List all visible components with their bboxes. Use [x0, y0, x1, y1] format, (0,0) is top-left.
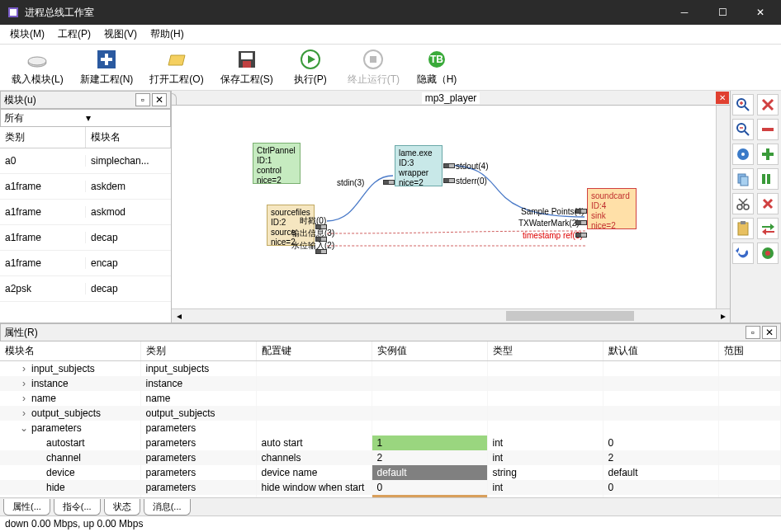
delete-button[interactable]: [757, 94, 779, 115]
zoom-out-button[interactable]: [732, 119, 754, 140]
tab-commands[interactable]: 指令(...: [54, 499, 101, 516]
scroll-thumb[interactable]: [506, 311, 634, 321]
menu-help[interactable]: 帮助(H): [144, 25, 191, 44]
svg-rect-1: [10, 9, 17, 16]
table-row[interactable]: ›instanceinstance: [0, 376, 781, 391]
table-row[interactable]: ⌄parametersparameters: [0, 421, 781, 435]
module-filter[interactable]: 所有 ▾: [0, 109, 171, 127]
tab-properties[interactable]: 属性(...: [3, 499, 50, 516]
transfer-button[interactable]: [757, 218, 779, 239]
menu-view[interactable]: 视图(V): [97, 25, 144, 44]
panel-close-button[interactable]: ✕: [762, 326, 777, 339]
cancel-button[interactable]: [757, 193, 779, 214]
tab-messages[interactable]: 消息(...: [144, 499, 191, 516]
port-waterin: 水位输入(2): [291, 240, 334, 252]
bottom-tabs: 属性(... 指令(... 状态 消息(...: [0, 497, 781, 516]
module-panel-title: 模块(u): [4, 93, 134, 107]
maximize-button[interactable]: ☐: [703, 0, 741, 25]
execute-button[interactable]: 执行(P): [282, 46, 339, 88]
stop-icon: [362, 48, 385, 71]
load-module-button[interactable]: 载入模块(L): [3, 46, 72, 88]
disc-button[interactable]: [732, 144, 754, 165]
port-tick[interactable]: [315, 249, 327, 254]
table-row[interactable]: channelparameterschannels2int2: [0, 450, 781, 465]
scroll-right-icon[interactable]: ▸: [716, 309, 730, 322]
table-row[interactable]: sample_rateparameterssample rate (Hz)441…: [0, 495, 781, 497]
panel-float-button[interactable]: ▫: [135, 93, 150, 106]
properties-title: 属性(R): [4, 326, 744, 340]
svg-line-22: [745, 131, 749, 135]
list-item[interactable]: a1frameaskmod: [0, 200, 171, 225]
list-item[interactable]: a2pskdecap: [0, 276, 171, 302]
close-button[interactable]: ✕: [741, 0, 779, 25]
play-icon: [299, 48, 322, 71]
port-tick[interactable]: [443, 163, 455, 168]
list-item[interactable]: a1frameencap: [0, 251, 171, 276]
add-button[interactable]: [757, 144, 779, 165]
col-val[interactable]: 实例值: [372, 341, 487, 361]
settings-button[interactable]: [757, 242, 779, 264]
col-cat[interactable]: 类别: [140, 341, 256, 361]
titlebar: 进程总线工作室 ─ ☐ ✕: [0, 0, 781, 25]
table-row[interactable]: hideparametershide window when start0int…: [0, 480, 781, 495]
new-project-button[interactable]: 新建工程(N): [72, 46, 142, 88]
tab-close-button[interactable]: ✕: [716, 92, 729, 104]
align-button[interactable]: [757, 168, 779, 190]
col-key[interactable]: 配置键: [256, 341, 372, 361]
list-item[interactable]: a1frameaskdem: [0, 174, 171, 200]
canvas-hscroll[interactable]: ◂ ▸: [172, 308, 730, 322]
hide-button[interactable]: TB 隐藏（H): [408, 46, 466, 88]
col-def[interactable]: 默认值: [603, 341, 718, 361]
remove-button[interactable]: [757, 119, 779, 140]
canvas[interactable]: CtrlPannel ID:1 control nice=2 lame.exe …: [172, 106, 730, 308]
menubar: 模块(M) 工程(P) 视图(V) 帮助(H): [0, 25, 781, 45]
tab-status[interactable]: 状态: [104, 499, 140, 516]
port-tick[interactable]: [383, 180, 395, 185]
hide-icon: TB: [425, 48, 448, 71]
node-lame[interactable]: lame.exe ID:3 wrapper nice=2: [395, 145, 443, 186]
canvas-vscroll[interactable]: [716, 106, 730, 308]
col-type[interactable]: 类型: [487, 341, 603, 361]
table-row[interactable]: autostartparametersauto start1int0: [0, 435, 781, 450]
save-project-button[interactable]: 保存工程(S): [212, 46, 282, 88]
port-tick[interactable]: [575, 209, 587, 214]
open-project-button[interactable]: 打开工程(O): [141, 46, 211, 88]
svg-line-16: [745, 106, 749, 111]
copy-button[interactable]: [732, 168, 754, 190]
col-name[interactable]: 模块名: [86, 127, 172, 148]
col-range[interactable]: 范围: [718, 341, 781, 361]
cut-button[interactable]: [732, 193, 754, 214]
port-tick[interactable]: [575, 220, 587, 225]
svg-text:TB: TB: [430, 54, 443, 65]
table-row[interactable]: deviceparametersdevice namedefaultstring…: [0, 465, 781, 480]
module-list: a0simplechan...a1frameaskdema1frameaskmo…: [0, 148, 171, 322]
table-row[interactable]: ›output_subjectsoutput_subjects: [0, 406, 781, 421]
properties-table: 模块名 类别 配置键 实例值 类型 默认值 范围 ›input_subjects…: [0, 341, 781, 497]
panel-float-button[interactable]: ▫: [746, 326, 760, 339]
list-item[interactable]: a0simplechan...: [0, 148, 171, 174]
list-item[interactable]: a1framedecap: [0, 225, 171, 251]
svg-point-26: [741, 153, 745, 156]
svg-rect-30: [741, 177, 748, 186]
stop-button[interactable]: 终止运行(T): [339, 46, 408, 88]
col-category[interactable]: 类别: [0, 127, 86, 148]
node-ctrlpanel[interactable]: CtrlPannel ID:1 control nice=2: [253, 143, 301, 184]
panel-close-button[interactable]: ✕: [152, 93, 167, 106]
scroll-left-icon[interactable]: ◂: [172, 309, 186, 322]
canvas-tab-title[interactable]: mp3_player: [422, 92, 480, 104]
paste-button[interactable]: [732, 218, 754, 239]
minimize-button[interactable]: ─: [665, 0, 703, 25]
undo-button[interactable]: [732, 242, 754, 264]
node-soundcard[interactable]: soundcard ID:4 sink nice=2: [587, 188, 637, 229]
window-title: 进程总线工作室: [25, 6, 665, 20]
svg-rect-6: [101, 58, 112, 61]
svg-point-3: [28, 57, 46, 65]
col-name[interactable]: 模块名: [0, 341, 140, 361]
table-row[interactable]: ›namename: [0, 391, 781, 406]
port-tick[interactable]: [443, 178, 455, 183]
table-row[interactable]: ›input_subjectsinput_subjects: [0, 361, 781, 377]
zoom-in-button[interactable]: [732, 94, 754, 115]
menu-project[interactable]: 工程(P): [51, 25, 97, 44]
port-tick[interactable]: [575, 233, 587, 238]
menu-module[interactable]: 模块(M): [3, 25, 51, 44]
